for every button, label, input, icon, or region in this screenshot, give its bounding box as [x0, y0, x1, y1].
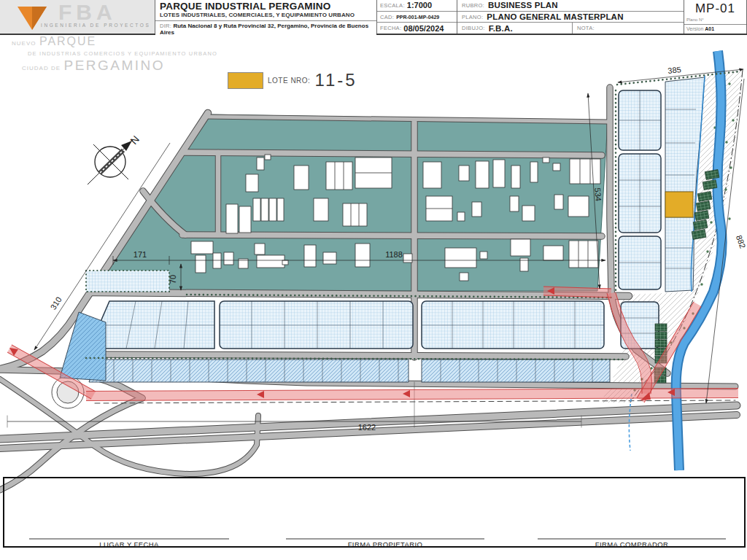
- sheet-number: MP-01: [684, 0, 746, 18]
- rubro-value: BUSINESS PLAN: [488, 1, 558, 9]
- highlighted-lot-11-5: [665, 192, 693, 217]
- north-label: N: [128, 133, 142, 147]
- north-arrow: N: [88, 133, 142, 184]
- lot-171: [86, 271, 169, 292]
- wm-prefix3: CIUDAD DE: [22, 65, 61, 71]
- cad-value: PPR-001-MP-0429: [396, 15, 439, 20]
- sheet-number-cell: MP-01 Plano N° Version A01: [684, 0, 747, 34]
- lot-legend: LOTE NRO: 11-5: [228, 70, 357, 90]
- nota-label: NOTA:: [577, 25, 595, 31]
- signature-line-lugar: [29, 538, 229, 540]
- drawing-sheet: 171 1188 70 534 385 882 310 1622 N F: [0, 0, 747, 560]
- meta-cell-left: ESCALA: 1:7000 CAD: PPR-001-MP-0429 FECH…: [377, 0, 457, 34]
- logo-brand: FBA: [58, 0, 117, 25]
- rail-line: [95, 400, 735, 403]
- meta-cell-mid: RUBRO: BUSINESS PLAN PLANO: PLANO GENERA…: [457, 0, 684, 34]
- dim-534: 534: [593, 187, 603, 201]
- signature-label-propietario: FIRMA PROPIETARIO: [286, 540, 484, 548]
- dim-171: 171: [133, 250, 147, 259]
- logo-tagline: INGENIERIA DE PROYECTOS: [41, 23, 150, 28]
- dir-label: DIR:: [160, 23, 171, 29]
- legend-label: LOTE NRO:: [268, 77, 310, 85]
- dibujo-value: F.B.A.: [489, 24, 513, 33]
- legend-swatch: [228, 72, 263, 89]
- signature-line-propietario: [286, 538, 484, 540]
- rubro-label: RUBRO:: [462, 2, 484, 9]
- dim-1622: 1622: [358, 423, 376, 432]
- version-label: Version: [686, 26, 703, 31]
- signature-label-lugar: LUGAR Y FECHA: [29, 540, 229, 548]
- title-block: FBA INGENIERIA DE PROYECTOS PARQUE INDUS…: [0, 0, 747, 35]
- watermark-title: NUEVO PARQUE DE INDUSTRIAS COMERCIOS Y E…: [12, 36, 217, 74]
- plano-value: PLANO GENERAL MASTERPLAN: [487, 12, 623, 21]
- dim-1188: 1188: [385, 250, 403, 259]
- version-value: A01: [705, 26, 714, 31]
- fecha-value: 08/05/2024: [403, 24, 444, 33]
- signature-block: LUGAR Y FECHA FIRMA PROPIETARIO FIRMA CO…: [3, 477, 746, 548]
- wm-big1: PARQUE: [39, 35, 96, 47]
- cad-label: CAD:: [380, 14, 394, 20]
- signature-line-comprador: [538, 538, 726, 540]
- dim-70: 70: [169, 275, 177, 284]
- plano-n-label: Plano N°: [684, 18, 746, 24]
- logo-cell: FBA INGENIERIA DE PROYECTOS: [0, 0, 155, 34]
- project-cell: PARQUE INDUSTRIAL PERGAMINO LOTES INDUST…: [155, 0, 377, 34]
- escala-label: ESCALA:: [380, 2, 405, 9]
- legend-value: 11-5: [314, 70, 357, 90]
- escala-value: 1:7000: [407, 1, 432, 9]
- fecha-label: FECHA:: [380, 25, 401, 31]
- plano-label: PLANO:: [462, 14, 483, 20]
- dim-882: 882: [735, 234, 747, 249]
- dim-385: 385: [667, 65, 682, 75]
- site-plan: 171 1188 70 534 385 882 310 1622 N: [0, 0, 747, 560]
- wm-prefix1: NUEVO: [12, 40, 36, 47]
- project-title: PARQUE INDUSTRIAL PERGAMINO: [160, 1, 372, 12]
- dibujo-label: DIBUJO:: [462, 25, 485, 31]
- project-subtitle: LOTES INDUSTRIALES, COMERCIALES, Y EQUIP…: [160, 12, 372, 18]
- dir-value: Ruta Nacional 8 y Ruta Provincial 32, Pe…: [160, 23, 368, 36]
- signature-label-comprador: FIRMA COMPRADOR: [538, 540, 726, 548]
- wm-big3: PERGAMINO: [63, 58, 165, 73]
